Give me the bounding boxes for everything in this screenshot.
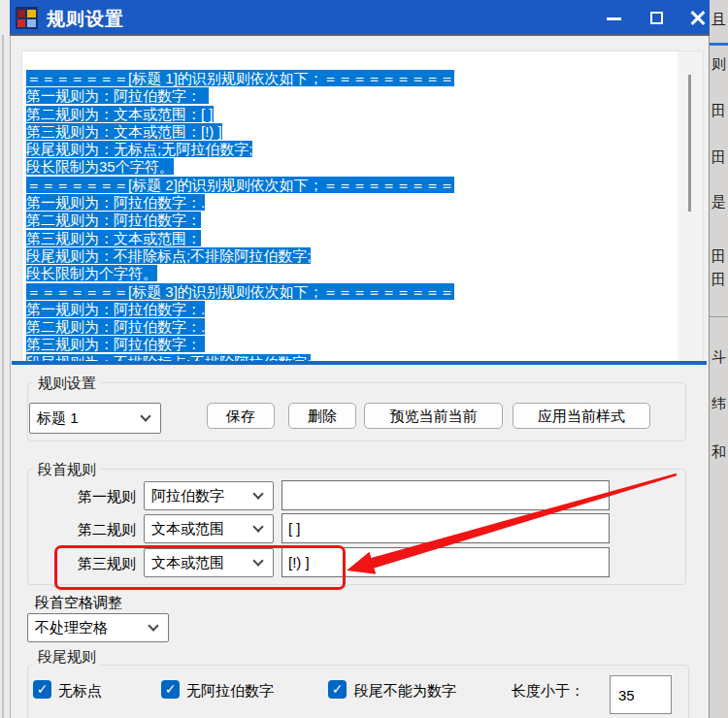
rules-preview-text: ＝＝＝＝＝＝＝[标题 1]的识别规则依次如下；＝＝＝＝＝＝＝＝＝ 第一规则为：阿… bbox=[26, 70, 454, 362]
preview-line: 段长限制为35个字符。 bbox=[26, 158, 174, 175]
close-icon[interactable] bbox=[687, 8, 709, 29]
space-adjust-value: 不处理空格 bbox=[35, 619, 108, 637]
rule1-value-input[interactable] bbox=[281, 480, 610, 510]
background-text-fragment: 是 bbox=[711, 194, 726, 209]
rule2-type-select[interactable]: 文本或范围 bbox=[144, 514, 274, 543]
window-title: 规则设置 bbox=[47, 7, 124, 32]
chevron-down-icon bbox=[252, 488, 263, 499]
preview-line: 第一规则为：阿拉伯数字： bbox=[26, 87, 209, 104]
rule-settings-group-label: 规则设置 bbox=[33, 375, 101, 393]
style-select-value: 标题 1 bbox=[37, 409, 79, 428]
background-text-fragment: 纬 bbox=[711, 396, 726, 410]
preview-line: 第一规则为：阿拉伯数字：. bbox=[26, 194, 205, 211]
rule2-label: 第二规则 bbox=[62, 521, 136, 539]
delete-button[interactable]: 删除 bbox=[288, 403, 356, 429]
space-adjust-select[interactable]: 不处理空格 bbox=[27, 613, 169, 642]
preview-line: ＝＝＝＝＝＝＝[标题 2]的识别规则依次如下；＝＝＝＝＝＝＝＝＝ bbox=[26, 177, 454, 193]
style-select[interactable]: 标题 1 bbox=[29, 403, 161, 434]
end-not-digit-checkbox[interactable]: ✓ bbox=[328, 680, 347, 699]
background-text-fragment: 田 bbox=[711, 248, 726, 263]
preview-line: ＝＝＝＝＝＝＝[标题 3]的识别规则依次如下；＝＝＝＝＝＝＝＝＝ bbox=[26, 283, 454, 300]
scrollbar-thumb[interactable] bbox=[688, 75, 691, 212]
preview-line: 段尾规则为：无标点;无阿拉伯数字; bbox=[26, 141, 252, 157]
annotation-highlight-rect bbox=[54, 545, 346, 590]
no-punctuation-checkbox[interactable]: ✓ bbox=[33, 680, 51, 699]
background-text-fragment: 和 bbox=[711, 444, 726, 459]
save-button[interactable]: 保存 bbox=[207, 403, 275, 429]
title-bar: 规则设置 bbox=[10, 0, 710, 36]
chevron-down-icon bbox=[140, 410, 150, 421]
background-text-fragment: 田 bbox=[711, 272, 726, 286]
preview-line: 第二规则为：文本或范围：[ ] bbox=[26, 106, 214, 122]
space-adjust-label: 段首空格调整 bbox=[35, 594, 122, 612]
rule2-value-input[interactable] bbox=[281, 513, 610, 543]
minimize-glyph bbox=[607, 17, 621, 20]
preview-line: 第二规则为：阿拉伯数字：. bbox=[26, 318, 205, 335]
background-blue-divider bbox=[710, 43, 728, 46]
rule1-label: 第一规则 bbox=[62, 488, 136, 506]
rule1-type-value: 阿拉伯数字 bbox=[151, 487, 224, 506]
app-icon bbox=[16, 7, 38, 29]
textbox-focus-underline bbox=[12, 361, 707, 365]
app-icon-block bbox=[27, 10, 36, 17]
no-punctuation-label: 无标点 bbox=[58, 682, 102, 701]
para-end-group-label: 段尾规则 bbox=[33, 648, 101, 667]
screenshot-stage: 且 则 田 田 是 田 田 斗 纬 和 规则设置 ＝＝＝＝＝＝＝[标题 1]的识… bbox=[0, 0, 728, 718]
preview-line: 段尾规则为：不排除标点;不排除阿拉伯数字; bbox=[26, 247, 311, 264]
preview-line: 第三规则为：阿拉伯数字： bbox=[26, 336, 205, 352]
preview-line: 第三规则为：文本或范围： bbox=[26, 230, 201, 246]
vertical-scrollbar[interactable] bbox=[678, 51, 703, 361]
minimize-icon[interactable] bbox=[604, 8, 625, 29]
chevron-down-icon bbox=[148, 620, 158, 631]
background-window-left bbox=[0, 0, 10, 718]
background-text-fragment: 田 bbox=[711, 103, 726, 117]
preview-current-button[interactable]: 预览当前当前 bbox=[364, 403, 503, 429]
background-text-fragment: 且 bbox=[711, 12, 726, 26]
background-window-right: 且 则 田 田 是 田 田 斗 纬 和 bbox=[710, 0, 728, 718]
preview-line: 第二规则为：阿拉伯数字： bbox=[26, 212, 201, 228]
preview-line: 第一规则为：阿拉伯数字：. bbox=[26, 301, 205, 317]
app-icon-block bbox=[27, 19, 36, 27]
end-not-digit-label: 段尾不能为数字 bbox=[354, 682, 456, 701]
app-icon-block bbox=[17, 10, 25, 17]
rules-preview-textbox[interactable]: ＝＝＝＝＝＝＝[标题 1]的识别规则依次如下；＝＝＝＝＝＝＝＝＝ 第一规则为：阿… bbox=[21, 50, 704, 362]
apply-style-button[interactable]: 应用当前样式 bbox=[513, 403, 650, 429]
preview-line: 第三规则为：文本或范围：[!) ] bbox=[26, 123, 222, 140]
maximize-glyph bbox=[650, 12, 663, 24]
background-divider bbox=[710, 316, 728, 317]
background-text-fragment: 田 bbox=[711, 149, 726, 164]
background-text-fragment: 则 bbox=[711, 56, 726, 71]
rule2-type-value: 文本或范围 bbox=[151, 520, 224, 538]
no-arabic-digit-label: 无阿拉伯数字 bbox=[186, 682, 274, 701]
chevron-down-icon bbox=[252, 521, 263, 532]
no-arabic-digit-checkbox[interactable]: ✓ bbox=[161, 680, 180, 699]
background-text-fragment: 斗 bbox=[711, 349, 726, 364]
length-value-input[interactable] bbox=[610, 675, 672, 714]
app-icon-block bbox=[17, 19, 25, 27]
preview-line: ＝＝＝＝＝＝＝[标题 1]的识别规则依次如下；＝＝＝＝＝＝＝＝＝ bbox=[26, 70, 454, 86]
rule1-type-select[interactable]: 阿拉伯数字 bbox=[144, 481, 274, 510]
maximize-icon[interactable] bbox=[646, 8, 668, 29]
preview-line: 段长限制为个字符。 bbox=[26, 265, 157, 281]
background-pane-divider bbox=[2, 35, 4, 718]
length-less-than-label: 长度小于： bbox=[512, 682, 584, 701]
para-start-group-label: 段首规则 bbox=[33, 461, 101, 479]
